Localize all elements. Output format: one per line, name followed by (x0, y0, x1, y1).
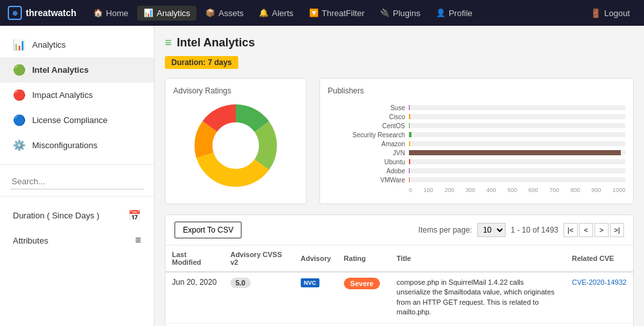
prev-page-button[interactable]: < (579, 223, 593, 237)
pagination-info: Items per page: 10 25 50 1 - 10 of 1493 … (419, 223, 624, 237)
intel-analytics-icon: 🟢 (13, 64, 26, 76)
table-toolbar: Export To CSV Items per page: 10 25 50 1… (166, 215, 633, 245)
analytics-icon: 📊 (144, 8, 153, 17)
duration-badge: Duration: 7 days (165, 56, 238, 69)
nav-assets[interactable]: 📦 Assets (199, 6, 250, 21)
sidebar-impact-analytics-label: Impact Analytics (32, 90, 93, 100)
cell-date: Jun 20, 2020 (166, 272, 224, 323)
items-per-page-select[interactable]: 10 25 50 (477, 223, 506, 237)
col-last-modified: Last Modified (166, 245, 224, 272)
cell-cvss: 5.0 (224, 272, 294, 323)
nav-plugins[interactable]: 🔌 Plugins (374, 6, 427, 21)
cell-advisory: NVC (294, 272, 337, 323)
nav-home[interactable]: 🏠 Home (87, 6, 135, 21)
first-page-button[interactable]: |< (564, 223, 578, 237)
nav-profile-label: Profile (449, 8, 473, 18)
bar-track (409, 177, 625, 182)
pagination-controls: |< < > >| (564, 223, 624, 237)
logout-label: Logout (604, 8, 630, 18)
bar-chart-card: Publishers Suse Cisco CentOS Security Re… (319, 78, 634, 204)
search-input[interactable] (10, 174, 144, 189)
brand-name: threatwatch (26, 8, 77, 18)
main-content: ≡ Intel Analytics Duration: 7 days Advis… (155, 26, 644, 326)
license-compliance-icon: 🔵 (13, 114, 26, 126)
bar-row: VMWare (328, 175, 625, 184)
sidebar-item-intel-analytics[interactable]: 🟢 Intel Analytics (0, 57, 154, 82)
nav-alerts[interactable]: 🔔 Alerts (252, 6, 299, 21)
nav-analytics[interactable]: 📊 Analytics (137, 6, 196, 21)
nav-threatfilter[interactable]: 🔽 ThreatFilter (303, 6, 371, 21)
next-page-button[interactable]: > (594, 223, 609, 237)
page-title: ≡ Intel Analytics (165, 36, 634, 50)
cell-advisory: NVC (294, 323, 337, 326)
plugins-icon: 🔌 (380, 8, 390, 17)
brand: ⊕ threatwatch (8, 6, 77, 20)
sidebar-item-license-compliance[interactable]: 🔵 License Compliance (0, 108, 154, 133)
nav-profile[interactable]: 👤 Profile (430, 6, 479, 21)
page-title-icon: ≡ (165, 36, 172, 50)
bar-track (409, 114, 625, 119)
advisory-logo: NVC (301, 278, 319, 287)
bar-label: JVN (328, 149, 405, 157)
bar-track (409, 132, 625, 137)
impact-analytics-icon: 🔴 (13, 89, 26, 101)
bar-row: Security Research (328, 130, 625, 139)
sidebar-item-misconfigurations[interactable]: ⚙️ Misconfigurations (0, 133, 154, 158)
brand-icon: ⊕ (8, 6, 22, 20)
nav-plugins-label: Plugins (393, 8, 421, 18)
bar-fill (409, 168, 410, 173)
donut-chart-card: Advisory Ratings (165, 78, 307, 204)
table-row: Jun 20, 2020 5.0 NVC Severe compose.php … (166, 272, 633, 323)
bar-fill (409, 159, 410, 164)
bar-fill (409, 132, 412, 137)
col-title: Title (390, 245, 565, 272)
bar-label: Suse (328, 104, 405, 111)
attributes-filter-label: Attributes (13, 236, 48, 245)
svg-point-6 (213, 122, 259, 169)
bar-track (409, 123, 625, 128)
bar-label: Ubuntu (328, 158, 405, 166)
nav-alerts-label: Alerts (272, 8, 293, 18)
bar-chart-title: Publishers (328, 86, 625, 95)
profile-icon: 👤 (436, 8, 446, 17)
attributes-filter[interactable]: Attributes ≡ (0, 228, 154, 253)
col-advisory: Advisory (294, 245, 337, 272)
bar-chart-rows: Suse Cisco CentOS Security Research Amaz… (328, 103, 625, 184)
col-cve: Related CVE (565, 245, 633, 272)
logout-button[interactable]: 🚪 Logout (584, 6, 636, 21)
bar-label: Adobe (328, 168, 405, 175)
cell-title: compose.php in SquirrelMail 1.4.22 calls… (390, 323, 565, 326)
topnav: ⊕ threatwatch 🏠 Home 📊 Analytics 📦 Asset… (0, 0, 644, 26)
cvss-badge: 5.0 (231, 278, 251, 288)
donut-chart-wrap (173, 101, 298, 191)
logout-icon: 🚪 (591, 8, 601, 18)
bar-row: Suse (328, 103, 625, 112)
bar-row: Cisco (328, 112, 625, 121)
sidebar-item-impact-analytics[interactable]: 🔴 Impact Analytics (0, 82, 154, 108)
cell-rating: Awaited (337, 323, 390, 326)
alerts-icon: 🔔 (259, 8, 269, 17)
bar-chart-area: Suse Cisco CentOS Security Research Amaz… (328, 101, 625, 196)
bar-label: CentOS (328, 122, 405, 129)
cell-rating: Severe (337, 272, 390, 323)
duration-filter[interactable]: Duration ( Since Days ) 📅 (0, 203, 154, 228)
bar-fill (409, 177, 410, 182)
bar-label: VMWare (328, 177, 405, 184)
bar-row: Amazon (328, 139, 625, 148)
main-layout: 📊 Analytics 🟢 Intel Analytics 🔴 Impact A… (0, 26, 644, 326)
nav-home-label: Home (106, 8, 129, 18)
page-title-text: Intel Analytics (177, 36, 255, 50)
bar-fill (409, 150, 621, 155)
sidebar-item-analytics[interactable]: 📊 Analytics (0, 32, 154, 57)
last-page-button[interactable]: >| (610, 223, 624, 237)
table-row: Jun 20, 2020 0.0 NVC Awaited compose.php… (166, 323, 633, 326)
nav-analytics-label: Analytics (156, 8, 190, 18)
rating-badge: Severe (344, 278, 380, 289)
donut-chart-svg (191, 101, 281, 191)
cell-title: compose.php in SquirrelMail 1.4.22 calls… (390, 272, 565, 323)
sidebar-search-section (0, 165, 154, 197)
cve-link[interactable]: CVE-2020-14932 (572, 278, 627, 286)
bar-track (409, 159, 625, 164)
filter-icon: ≡ (135, 235, 141, 246)
export-csv-button[interactable]: Export To CSV (175, 222, 242, 238)
